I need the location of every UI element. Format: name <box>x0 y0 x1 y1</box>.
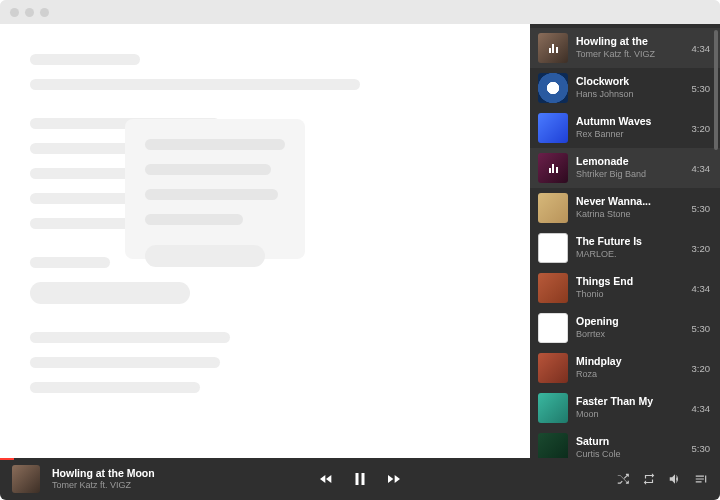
track-thumbnail <box>538 33 568 63</box>
track-artist: Curtis Cole <box>576 449 684 458</box>
now-playing-title: Howling at the Moon <box>52 467 155 480</box>
playlist-track[interactable]: SaturnCurtis Cole5:30 <box>530 428 720 458</box>
shuffle-button[interactable] <box>616 472 630 486</box>
track-artist: Borrtex <box>576 329 684 341</box>
track-title: Clockwork <box>576 75 684 89</box>
track-thumbnail <box>538 73 568 103</box>
track-info: SaturnCurtis Cole <box>576 435 684 458</box>
track-title: Saturn <box>576 435 684 449</box>
track-artist: Moon <box>576 409 684 421</box>
track-duration: 3:20 <box>692 243 711 254</box>
playlist-track[interactable]: OpeningBorrtex5:30 <box>530 308 720 348</box>
track-duration: 5:30 <box>692 323 711 334</box>
body-area: Howling at theTomer Katz ft. VIGZ4:34Clo… <box>0 24 720 458</box>
track-thumbnail <box>538 393 568 423</box>
track-duration: 4:34 <box>692 283 711 294</box>
track-duration: 4:34 <box>692 163 711 174</box>
track-artist: Hans Johnson <box>576 89 684 101</box>
track-thumbnail <box>538 273 568 303</box>
track-thumbnail <box>538 193 568 223</box>
now-playing-thumbnail[interactable] <box>12 465 40 493</box>
progress-bar[interactable] <box>0 458 14 460</box>
track-artist: Rex Banner <box>576 129 684 141</box>
track-title: Autumn Waves <box>576 115 684 129</box>
traffic-light-minimize[interactable] <box>25 8 34 17</box>
track-thumbnail <box>538 353 568 383</box>
repeat-button[interactable] <box>642 472 656 486</box>
equalizer-icon <box>549 43 558 53</box>
track-artist: Roza <box>576 369 684 381</box>
track-info: The Future IsMARLOE. <box>576 235 684 260</box>
track-info: Never Wanna...Katrina Stone <box>576 195 684 220</box>
playlist-track[interactable]: Never Wanna...Katrina Stone5:30 <box>530 188 720 228</box>
track-title: Faster Than My <box>576 395 684 409</box>
traffic-light-zoom[interactable] <box>40 8 49 17</box>
playlist-track[interactable]: Howling at theTomer Katz ft. VIGZ4:34 <box>530 28 720 68</box>
main-content-skeleton <box>0 24 530 458</box>
track-duration: 5:30 <box>692 203 711 214</box>
track-info: Autumn WavesRex Banner <box>576 115 684 140</box>
playlist-track[interactable]: ClockworkHans Johnson5:30 <box>530 68 720 108</box>
playlist-track[interactable]: MindplayRoza3:20 <box>530 348 720 388</box>
skeleton-card <box>125 119 305 259</box>
track-thumbnail <box>538 153 568 183</box>
track-title: Lemonade <box>576 155 684 169</box>
next-button[interactable] <box>385 470 403 488</box>
app-window: Howling at theTomer Katz ft. VIGZ4:34Clo… <box>0 0 720 500</box>
track-artist: Thonio <box>576 289 684 301</box>
track-info: Faster Than MyMoon <box>576 395 684 420</box>
volume-button[interactable] <box>668 472 682 486</box>
track-thumbnail <box>538 113 568 143</box>
playlist-sidebar: Howling at theTomer Katz ft. VIGZ4:34Clo… <box>530 24 720 458</box>
track-info: ClockworkHans Johnson <box>576 75 684 100</box>
now-playing-info: Howling at the Moon Tomer Katz ft. VIGZ <box>52 467 155 490</box>
track-artist: Shtriker Big Band <box>576 169 684 181</box>
pause-button[interactable] <box>351 470 369 488</box>
previous-button[interactable] <box>317 470 335 488</box>
now-playing-artist: Tomer Katz ft. VIGZ <box>52 480 155 491</box>
track-title: The Future Is <box>576 235 684 249</box>
playlist-track[interactable]: Things EndThonio4:34 <box>530 268 720 308</box>
track-info: MindplayRoza <box>576 355 684 380</box>
playlist-track[interactable]: LemonadeShtriker Big Band4:34 <box>530 148 720 188</box>
window-titlebar <box>0 0 720 24</box>
track-info: Howling at theTomer Katz ft. VIGZ <box>576 35 684 60</box>
track-duration: 3:20 <box>692 123 711 134</box>
playlist-track[interactable]: Autumn WavesRex Banner3:20 <box>530 108 720 148</box>
track-title: Mindplay <box>576 355 684 369</box>
track-duration: 3:20 <box>692 363 711 374</box>
track-duration: 4:34 <box>692 43 711 54</box>
player-bar: Howling at the Moon Tomer Katz ft. VIGZ <box>0 458 720 500</box>
track-duration: 4:34 <box>692 403 711 414</box>
playlist[interactable]: Howling at theTomer Katz ft. VIGZ4:34Clo… <box>530 24 720 458</box>
track-info: Things EndThonio <box>576 275 684 300</box>
playback-controls <box>317 470 403 488</box>
track-title: Things End <box>576 275 684 289</box>
track-duration: 5:30 <box>692 83 711 94</box>
playlist-track[interactable]: The Future IsMARLOE.3:20 <box>530 228 720 268</box>
track-thumbnail <box>538 313 568 343</box>
track-duration: 5:30 <box>692 443 711 454</box>
equalizer-icon <box>549 163 558 173</box>
track-title: Never Wanna... <box>576 195 684 209</box>
playlist-track[interactable]: Faster Than MyMoon4:34 <box>530 388 720 428</box>
track-title: Howling at the <box>576 35 684 49</box>
traffic-light-close[interactable] <box>10 8 19 17</box>
track-thumbnail <box>538 433 568 458</box>
track-thumbnail <box>538 233 568 263</box>
playlist-scrollbar[interactable] <box>714 30 718 150</box>
track-info: OpeningBorrtex <box>576 315 684 340</box>
track-info: LemonadeShtriker Big Band <box>576 155 684 180</box>
track-artist: Tomer Katz ft. VIGZ <box>576 49 684 61</box>
queue-button[interactable] <box>694 472 708 486</box>
track-title: Opening <box>576 315 684 329</box>
track-artist: Katrina Stone <box>576 209 684 221</box>
secondary-controls <box>616 472 708 486</box>
track-artist: MARLOE. <box>576 249 684 261</box>
